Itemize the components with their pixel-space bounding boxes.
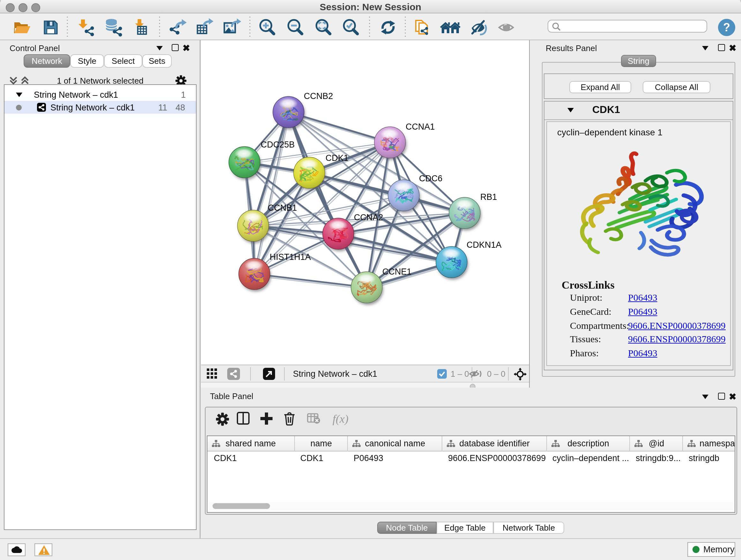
svg-text:HIST1H1A: HIST1H1A xyxy=(270,252,311,262)
svg-text:CDKN1A: CDKN1A xyxy=(467,240,502,250)
svg-text:CCNB1: CCNB1 xyxy=(268,203,297,212)
svg-text:CCNB2: CCNB2 xyxy=(304,91,333,101)
svg-text:CCNE1: CCNE1 xyxy=(382,267,412,276)
svg-text:CDK1: CDK1 xyxy=(326,153,348,163)
svg-text:RB1: RB1 xyxy=(480,192,497,202)
svg-text:CCNA2: CCNA2 xyxy=(354,212,383,222)
svg-text:CCNA1: CCNA1 xyxy=(406,122,435,132)
svg-text:CDC6: CDC6 xyxy=(419,174,443,183)
svg-text:f(x): f(x) xyxy=(333,413,348,425)
svg-text:?: ? xyxy=(723,21,730,34)
svg-text:CDC25B: CDC25B xyxy=(261,140,295,149)
